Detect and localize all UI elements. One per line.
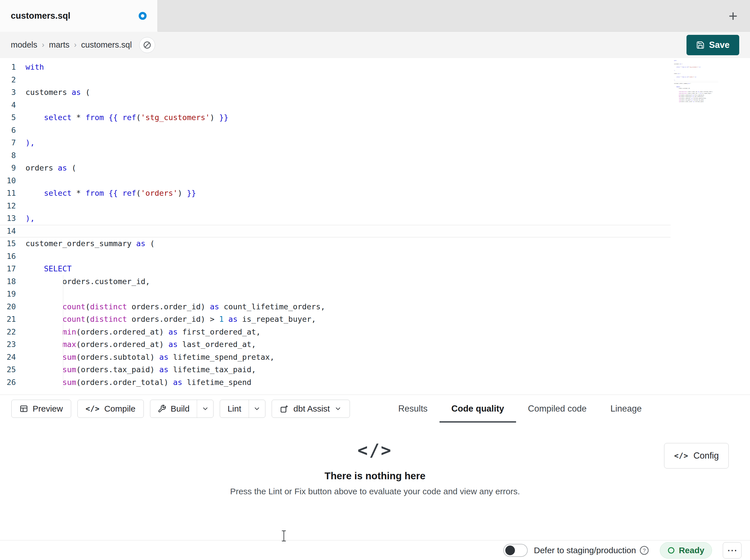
line-number: 6 — [0, 124, 16, 137]
line-number: 7 — [0, 137, 16, 149]
code-line[interactable]: 2 — [0, 74, 671, 86]
status-label: Ready — [679, 545, 704, 555]
dbt-assist-button[interactable]: dbt Assist — [272, 400, 350, 418]
code-line[interactable]: 17 SELECT — [0, 263, 671, 275]
code-line[interactable]: 16 — [0, 250, 671, 263]
code-line[interactable]: 21 count(distinct orders.order_id) > 1 a… — [0, 313, 671, 326]
assist-label: dbt Assist — [294, 404, 330, 414]
line-number: 18 — [0, 275, 16, 288]
breadcrumb-models[interactable]: models — [11, 40, 37, 49]
code-line[interactable]: 8 — [0, 149, 671, 162]
new-tab-button[interactable]: + — [728, 8, 737, 23]
code-line[interactable]: 12 — [0, 200, 671, 212]
code-line[interactable]: 19 — [0, 288, 671, 300]
save-button[interactable]: Save — [687, 35, 739, 55]
code-line[interactable]: 1with — [0, 61, 671, 74]
build-dropdown-button[interactable] — [197, 400, 213, 417]
empty-state-title: There is nothing here — [0, 470, 750, 481]
code-editor[interactable]: 1with23customers as (45 select * from {{… — [0, 58, 750, 395]
text-cursor-icon — [281, 530, 287, 542]
breadcrumb-marts[interactable]: marts — [49, 40, 70, 49]
preview-label: Preview — [33, 404, 63, 414]
minimap-content: withcustomers as ( select * from {{ ref(… — [674, 60, 718, 102]
code-line: sum(orders.order_total) as lifetime_spen… — [674, 101, 718, 103]
line-number: 8 — [0, 149, 16, 162]
code-icon: </> — [86, 405, 100, 413]
line-number: 2 — [0, 74, 16, 86]
save-label: Save — [709, 40, 730, 50]
code-line[interactable]: 22 min(orders.ordered_at) as first_order… — [0, 326, 671, 338]
file-context-button[interactable] — [139, 37, 155, 53]
result-tabs: Results Code quality Compiled code Linea… — [386, 395, 654, 422]
line-number: 11 — [0, 187, 16, 200]
line-number: 17 — [0, 263, 16, 275]
build-label: Build — [171, 404, 190, 414]
tab-compiled-code[interactable]: Compiled code — [516, 395, 598, 422]
code-line[interactable]: 7), — [0, 137, 671, 149]
line-number: 25 — [0, 364, 16, 376]
code-line[interactable]: 25 sum(orders.tax_paid) as lifetime_tax_… — [0, 364, 671, 376]
line-number: 10 — [0, 174, 16, 187]
line-number: 3 — [0, 86, 16, 99]
compile-label: Compile — [104, 404, 136, 414]
line-number: 15 — [0, 237, 16, 250]
save-icon — [696, 41, 705, 49]
compile-button[interactable]: </> Compile — [77, 400, 144, 418]
line-number: 24 — [0, 351, 16, 364]
editor-tab-bar: customers.sql + — [0, 0, 750, 32]
help-icon[interactable]: ? — [639, 545, 649, 555]
empty-state-message: Press the Lint or Fix button above to ev… — [0, 486, 750, 496]
breadcrumb-separator: › — [42, 41, 44, 49]
breadcrumb-customers-sql[interactable]: customers.sql — [81, 40, 132, 49]
code-line[interactable]: 11 select * from {{ ref('orders') }} — [0, 187, 671, 200]
preview-button[interactable]: Preview — [11, 400, 71, 418]
assist-sparkle-icon — [280, 404, 289, 413]
build-button[interactable]: Build — [150, 400, 197, 417]
tab-code-quality[interactable]: Code quality — [439, 395, 516, 422]
code-line[interactable]: 20 count(distinct orders.order_id) as co… — [0, 300, 671, 313]
line-number: 4 — [0, 99, 16, 111]
lint-button[interactable]: Lint — [220, 400, 249, 417]
code-line[interactable]: 24 sum(orders.subtotal) as lifetime_spen… — [0, 351, 671, 364]
minimap[interactable]: withcustomers as ( select * from {{ ref(… — [674, 60, 718, 133]
line-number: 13 — [0, 212, 16, 225]
tab-customers-sql[interactable]: customers.sql — [0, 0, 158, 32]
line-number: 20 — [0, 300, 16, 313]
code-line[interactable]: 26 sum(orders.order_total) as lifetime_s… — [0, 376, 671, 389]
svg-text:?: ? — [643, 547, 646, 554]
code-line[interactable]: 9orders as ( — [0, 162, 671, 174]
lint-label: Lint — [228, 404, 241, 414]
line-number: 16 — [0, 250, 16, 263]
code-line[interactable]: 23 max(orders.ordered_at) as last_ordere… — [0, 338, 671, 351]
code-line[interactable]: 15customer_orders_summary as ( — [0, 237, 671, 250]
code-line[interactable]: 4 — [0, 99, 671, 111]
code-line[interactable]: 6 — [0, 124, 671, 137]
code-line[interactable]: 14 — [0, 225, 671, 238]
code-line[interactable]: 13), — [0, 212, 671, 225]
circle-slash-icon — [143, 41, 152, 49]
line-number: 21 — [0, 313, 16, 326]
tab-results[interactable]: Results — [386, 395, 439, 422]
tab-lineage[interactable]: Lineage — [598, 395, 654, 422]
empty-state: </> There is nothing here Press the Lint… — [0, 440, 750, 496]
code-line[interactable]: 5 select * from {{ ref('stg_customers') … — [0, 111, 671, 124]
chevron-down-icon — [253, 405, 261, 412]
code-line[interactable]: 3customers as ( — [0, 86, 671, 99]
code-line[interactable]: 18 orders.customer_id, — [0, 275, 671, 288]
defer-label: Defer to staging/production — [534, 545, 636, 555]
line-number: 1 — [0, 61, 16, 74]
line-number: 19 — [0, 288, 16, 300]
build-button-group: Build — [150, 400, 214, 418]
defer-toggle[interactable] — [503, 544, 528, 557]
lint-dropdown-button[interactable] — [249, 400, 265, 417]
code-icon: </> — [0, 440, 750, 460]
status-badge[interactable]: Ready — [660, 542, 712, 559]
code-line[interactable]: 10 — [0, 174, 671, 187]
breadcrumb-separator: › — [74, 41, 77, 49]
more-options-button[interactable]: ⋯ — [723, 542, 742, 559]
line-number: 12 — [0, 200, 16, 212]
line-number: 22 — [0, 326, 16, 338]
lint-button-group: Lint — [220, 400, 265, 418]
code-lines: 1with23customers as (45 select * from {{… — [0, 61, 671, 389]
line-number: 14 — [0, 225, 16, 238]
